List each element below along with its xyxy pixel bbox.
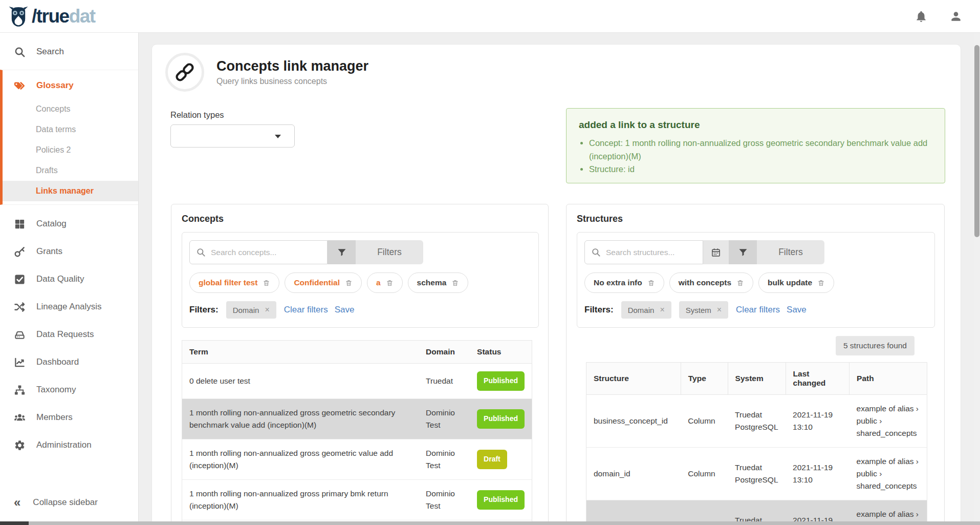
concepts-filter-funnel-button[interactable] (328, 240, 356, 264)
notification-item: Structure: id (589, 163, 931, 176)
truedat-logo[interactable]: /truedat (7, 5, 95, 28)
drive-icon (14, 329, 26, 341)
trash-icon[interactable] (817, 279, 825, 287)
sidebar-item-label: Glossary (36, 80, 74, 91)
sidebar-item-grants[interactable]: Grants (0, 238, 138, 265)
clear-filters-link[interactable]: Clear filters (284, 305, 328, 315)
link-icon (173, 61, 196, 83)
sidebar-item-catalog[interactable]: Catalog (0, 210, 138, 238)
applied-filter-domain[interactable]: Domain× (226, 301, 276, 319)
save-filters-link[interactable]: Save (335, 305, 355, 315)
structure-row[interactable]: domain_id Column Truedat PostgreSQL 2021… (586, 448, 927, 500)
check-square-icon (14, 274, 26, 285)
concepts-search-field[interactable] (189, 240, 328, 264)
gear-icon (14, 439, 26, 451)
sidebar-item-links-manager[interactable]: Links manager (3, 181, 138, 201)
sidebar-item-data-requests[interactable]: Data Requests (0, 321, 138, 348)
structures-panel: Structures Filters No extra info with co… (566, 204, 945, 525)
filter-chip[interactable]: global filter test (189, 272, 279, 293)
horizontal-scrollbar[interactable] (0, 521, 980, 525)
success-notification: added a link to a structure Concept: 1 m… (566, 108, 945, 183)
main-content-card: Concepts link manager Query links busine… (151, 44, 961, 525)
chevron-down-icon (275, 135, 281, 138)
collapse-sidebar-button[interactable]: « Collapse sidebar (0, 491, 138, 514)
save-filters-link[interactable]: Save (787, 305, 807, 315)
column-header-last-changed: Last changed (786, 363, 849, 395)
concepts-filter-box: Filters global filter test Confidential … (182, 232, 539, 328)
sidebar-item-data-quality[interactable]: Data Quality (0, 265, 138, 293)
column-header-structure: Structure (586, 363, 681, 395)
bell-icon[interactable] (914, 10, 928, 23)
column-header-domain: Domain (419, 341, 470, 364)
filter-chip[interactable]: schema (408, 272, 469, 293)
logo-text: /truedat (32, 7, 95, 26)
trash-icon[interactable] (647, 279, 655, 287)
trash-icon[interactable] (451, 279, 459, 287)
trash-icon[interactable] (386, 279, 394, 287)
concept-row[interactable]: 1 month rolling non-annualized gross geo… (182, 439, 532, 479)
sidebar-item-search[interactable]: Search (0, 39, 138, 65)
vertical-scrollbar-thumb[interactable] (974, 45, 979, 237)
close-icon[interactable]: × (717, 305, 722, 314)
applied-filters-label: Filters: (584, 305, 614, 315)
trash-icon[interactable] (263, 279, 270, 287)
shuffle-icon (14, 301, 26, 313)
filter-chip[interactable]: Confidential (285, 272, 362, 293)
filter-chip[interactable]: No extra info (584, 272, 664, 293)
column-header-type: Type (681, 363, 728, 395)
filter-chip[interactable]: bulk update (758, 272, 834, 293)
column-header-system: System (728, 363, 786, 395)
sidebar-item-data-terms[interactable]: Data terms (3, 119, 138, 140)
structures-filter-funnel-button[interactable] (729, 240, 757, 264)
sidebar-item-taxonomy[interactable]: Taxonomy (0, 376, 138, 404)
filter-chip[interactable]: with concepts (669, 272, 753, 293)
structures-filters-button[interactable]: Filters (757, 240, 824, 264)
structures-search-field[interactable] (584, 240, 703, 264)
concepts-filters-button[interactable]: Filters (356, 240, 423, 264)
horizontal-scrollbar-thumb[interactable] (0, 521, 29, 525)
column-header-term: Term (182, 341, 419, 364)
structures-search-input[interactable] (606, 248, 696, 257)
column-header-path: Path (850, 363, 927, 395)
sidebar-item-dashboard[interactable]: Dashboard (0, 348, 138, 376)
close-icon[interactable]: × (265, 305, 269, 314)
page-title: Concepts link manager (216, 58, 368, 74)
structures-calendar-button[interactable] (703, 240, 729, 264)
tag-icon (14, 80, 26, 92)
status-badge: Draft (477, 450, 507, 469)
sidebar-item-concepts[interactable]: Concepts (3, 99, 138, 119)
sidebar-item-administration[interactable]: Administration (0, 431, 138, 459)
close-icon[interactable]: × (660, 305, 664, 314)
owl-logo-icon (7, 5, 30, 28)
sidebar-item-members[interactable]: Members (0, 404, 138, 431)
applied-filter-system[interactable]: System× (679, 301, 728, 319)
concepts-table: Term Domain Status 0 delete user test Tr… (182, 340, 532, 525)
concepts-panel: Concepts Filters global filter test Conf… (171, 204, 549, 525)
relation-types-select[interactable] (170, 124, 295, 148)
sidebar-item-glossary[interactable]: Glossary (3, 72, 138, 99)
concept-row[interactable]: 0 delete user test Truedat Published (182, 364, 532, 399)
vertical-scrollbar[interactable] (974, 33, 980, 525)
sidebar-item-label: Search (36, 47, 64, 57)
notification-title: added a link to a structure (579, 119, 931, 131)
sidebar-item-policies[interactable]: Policies 2 (3, 140, 138, 160)
page-icon-circle (165, 53, 204, 92)
table-header-row: Term Domain Status (182, 341, 532, 364)
concepts-search-input[interactable] (211, 248, 321, 257)
user-icon[interactable] (949, 10, 963, 23)
concept-row[interactable]: 1 month rolling non-annualized gross pri… (182, 479, 532, 520)
sidebar-item-drafts[interactable]: Drafts (3, 160, 138, 181)
trash-icon[interactable] (345, 279, 353, 287)
calendar-icon (711, 247, 721, 258)
status-badge: Published (477, 371, 525, 391)
structure-row[interactable]: business_concept_id Column Truedat Postg… (586, 395, 927, 448)
clear-filters-link[interactable]: Clear filters (736, 305, 780, 315)
filter-chip[interactable]: a (367, 272, 403, 293)
applied-filters-label: Filters: (189, 305, 219, 315)
sidebar: Search Glossary Concepts Data terms Poli… (0, 33, 139, 521)
grid-icon (14, 218, 26, 230)
concept-row[interactable]: 1 month rolling non-annualized gross geo… (182, 398, 532, 439)
sidebar-item-lineage-analysis[interactable]: Lineage Analysis (0, 293, 138, 321)
trash-icon[interactable] (736, 279, 744, 287)
applied-filter-domain[interactable]: Domain× (621, 301, 671, 319)
